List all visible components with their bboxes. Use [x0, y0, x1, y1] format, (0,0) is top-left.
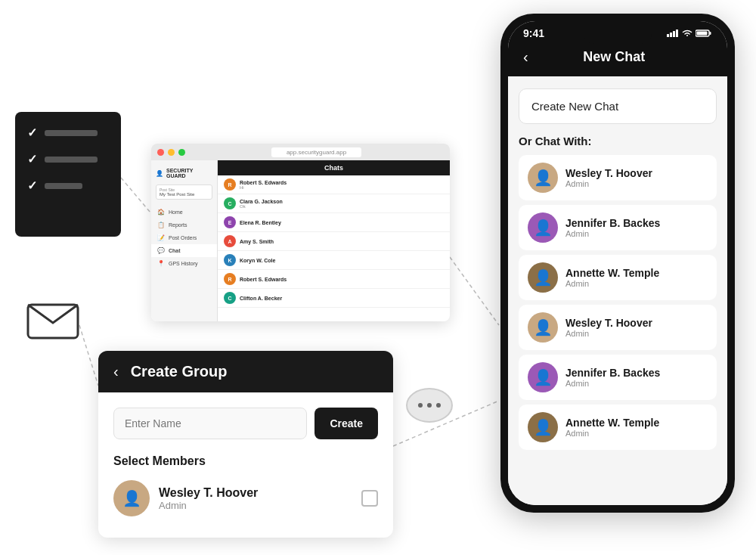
chat-info: Amy S. Smith: [240, 239, 444, 244]
check-icon: ✓: [27, 178, 37, 193]
contact-avatar: 👤: [528, 212, 558, 243]
member-info: Wesley T. Hoover Admin: [159, 486, 352, 511]
chat-info: Clifton A. Becker: [240, 296, 444, 301]
contact-avatar: 👤: [528, 262, 558, 293]
chat-avatar: C: [224, 292, 236, 304]
chat-avatar: E: [224, 216, 236, 228]
create-button[interactable]: Create: [314, 408, 378, 439]
chat-list-item[interactable]: K Koryn W. Cole: [218, 251, 450, 270]
phone-nav-title: New Chat: [534, 49, 694, 65]
titlebar: app.securityguard.app: [151, 144, 450, 160]
chats-header: Chats: [218, 160, 450, 175]
svg-point-9: [436, 403, 441, 408]
member-row: 👤 Wesley T. Hoover Admin: [113, 480, 378, 522]
phone-screen: 9:41: [508, 21, 727, 505]
avatar-face: 👤: [534, 368, 553, 386]
contact-role: Admin: [565, 429, 708, 438]
chat-name: Elena R. Bentley: [240, 220, 444, 225]
brand-icon: 👤: [156, 170, 163, 177]
contact-name: Jennifer B. Backes: [565, 217, 708, 229]
contact-role: Admin: [565, 329, 708, 338]
sidebar-nav-home[interactable]: 🏠 Home: [151, 206, 217, 219]
checklist-row: ✓: [27, 126, 109, 140]
checklist-row: ✓: [27, 178, 109, 193]
maximize-dot[interactable]: [178, 149, 185, 156]
chat-preview: Hi: [240, 185, 444, 190]
sidebar-nav-gps[interactable]: 📍 GPS History: [151, 257, 217, 270]
checklist-row: ✓: [27, 152, 109, 166]
avatar-face: 👤: [534, 268, 553, 287]
select-members-title: Select Members: [113, 454, 378, 468]
contact-info: Jennifer B. Backes Admin: [565, 367, 708, 388]
signal-icon: [667, 29, 679, 37]
contact-info: Jennifer B. Backes Admin: [565, 217, 708, 238]
phone-inner: Create New Chat Or Chat With: 👤 Wesley T…: [508, 76, 727, 505]
close-dot[interactable]: [157, 149, 164, 156]
member-checkbox[interactable]: [361, 490, 378, 507]
contact-avatar: 👤: [528, 163, 558, 193]
chat-list-item[interactable]: E Elena R. Bentley: [218, 213, 450, 232]
chat-avatar: K: [224, 254, 236, 266]
contact-info: Wesley T. Hoover Admin: [565, 317, 708, 338]
member-face-icon: 👤: [122, 489, 141, 507]
contact-name: Jennifer B. Backes: [565, 367, 708, 379]
status-icons: [667, 29, 712, 38]
chat-info: Koryn W. Cole: [240, 258, 444, 263]
chat-list-item[interactable]: C Clifton A. Becker: [218, 289, 450, 308]
envelope-widget: [26, 299, 79, 340]
contact-item[interactable]: 👤 Annette W. Temple Admin: [519, 405, 717, 450]
group-name-input[interactable]: [113, 408, 307, 439]
create-new-chat-button[interactable]: Create New Chat: [519, 88, 717, 124]
contact-info: Annette W. Temple Admin: [565, 417, 708, 438]
check-icon: ✓: [27, 152, 37, 166]
contact-item[interactable]: 👤 Annette W. Temple Admin: [519, 255, 717, 300]
check-line: [45, 183, 82, 189]
svg-line-2: [450, 257, 499, 325]
avatar-face: 👤: [534, 219, 553, 237]
sidebar-nav-chat[interactable]: 💬 Chat: [151, 244, 217, 257]
chat-bubble-icon: [405, 386, 454, 428]
chat-list-item[interactable]: A Amy S. Smith: [218, 232, 450, 251]
contact-item[interactable]: 👤 Jennifer B. Backes Admin: [519, 355, 717, 400]
avatar-face: 👤: [534, 169, 553, 187]
phone-nav-bar: ‹ New Chat: [508, 42, 727, 76]
home-icon: 🏠: [157, 209, 165, 215]
chat-bubble-widget: [405, 386, 454, 428]
battery-icon: [696, 29, 712, 38]
sidebar-brand: 👤 SECURITY GUARD: [151, 165, 217, 184]
desktop-sidebar: 👤 SECURITY GUARD Post Site My Test Post …: [151, 160, 218, 321]
create-group-modal: ‹ Create Group Create Select Members 👤 W…: [98, 351, 393, 538]
svg-rect-12: [673, 31, 675, 37]
sidebar-nav-reports[interactable]: 📋 Reports: [151, 219, 217, 231]
contact-role: Admin: [565, 279, 708, 288]
chat-list-item[interactable]: C Clara G. Jackson Ok: [218, 194, 450, 213]
svg-rect-10: [667, 34, 669, 37]
avatar-face: 👤: [534, 318, 553, 336]
contact-item[interactable]: 👤 Jennifer B. Backes Admin: [519, 205, 717, 250]
sidebar-nav-postorders[interactable]: 📝 Post Orders: [151, 231, 217, 244]
contact-role: Admin: [565, 229, 708, 238]
contact-role: Admin: [565, 379, 708, 388]
contact-name: Wesley T. Hoover: [565, 317, 708, 329]
svg-rect-13: [676, 29, 678, 37]
minimize-dot[interactable]: [168, 149, 175, 156]
contact-item[interactable]: 👤 Wesley T. Hoover Admin: [519, 305, 717, 350]
phone-back-button[interactable]: ‹: [523, 48, 528, 66]
nav-chat-label: Chat: [169, 248, 181, 253]
chat-list-item[interactable]: R Robert S. Edwards Hi: [218, 175, 450, 194]
svg-point-7: [418, 403, 423, 408]
chat-avatar: R: [224, 273, 236, 285]
contact-name: Annette W. Temple: [565, 267, 708, 279]
contact-avatar: 👤: [528, 362, 558, 392]
contact-avatar: 👤: [528, 412, 558, 442]
modal-input-row: Create: [113, 408, 378, 439]
chat-list-item[interactable]: R Robert S. Edwards: [218, 270, 450, 289]
site-selector[interactable]: Post Site My Test Post Site: [156, 184, 212, 200]
gps-icon: 📍: [157, 260, 165, 267]
chat-info: Clara G. Jackson Ok: [240, 199, 444, 209]
postorders-icon: 📝: [157, 234, 165, 241]
contact-item[interactable]: 👤 Wesley T. Hoover Admin: [519, 155, 717, 200]
desktop-main: Chats R Robert S. Edwards Hi C Clara G. …: [218, 160, 450, 321]
modal-back-button[interactable]: ‹: [113, 363, 119, 380]
phone-content: Create New Chat Or Chat With: 👤 Wesley T…: [508, 76, 727, 505]
